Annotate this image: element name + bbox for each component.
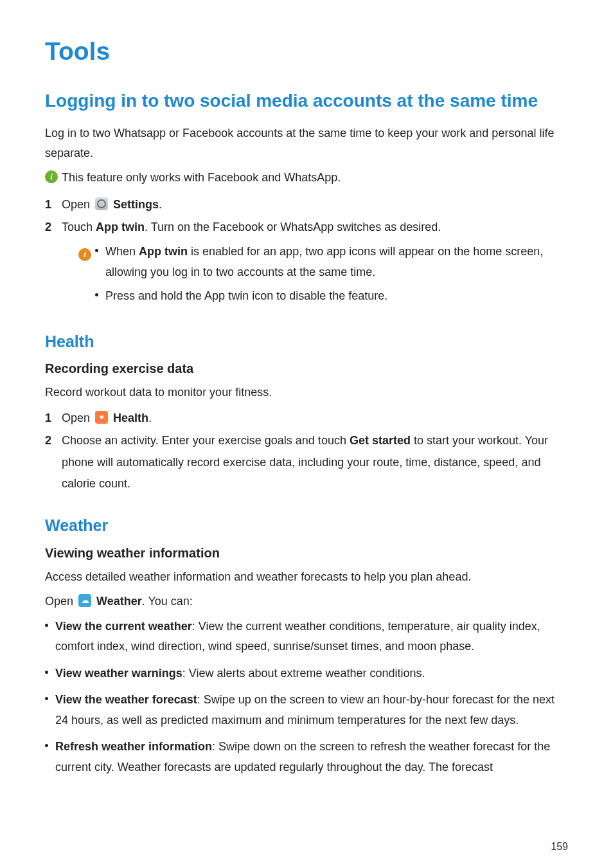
bullet-text: When [105, 245, 139, 258]
bullet-text: Press and hold the App twin icon to disa… [105, 289, 387, 302]
step-text: Choose an activity. Enter your exercise … [62, 434, 350, 447]
health-label: Health [113, 411, 148, 424]
bullet-text: : View alerts about extreme weather cond… [182, 667, 425, 680]
sub-bullet-list: When App twin is enabled for an app, two… [95, 242, 568, 311]
step-item: Touch App twin. Turn on the Facebook or … [45, 217, 568, 311]
section-heading-weather: Weather [45, 514, 568, 538]
step-item: Open Settings. [45, 194, 568, 215]
app-twin-label: App twin [96, 221, 145, 233]
step-text: . [148, 411, 152, 424]
page-title: Tools [45, 37, 568, 66]
step-text: . Turn on the Facebook or WhatsApp switc… [145, 221, 441, 233]
sub-heading-recording: Recording exercise data [45, 361, 568, 376]
section-heading-social: Logging in to two social media accounts … [45, 87, 568, 114]
note-text: This feature only works with Facebook an… [62, 168, 341, 188]
social-steps: Open Settings. Touch App twin. Turn on t… [45, 194, 568, 311]
open-text: Open [45, 595, 76, 608]
get-started-label: Get started [350, 434, 411, 447]
info-box: i When App twin is enabled for an app, t… [62, 242, 568, 311]
list-item: Refresh weather information: Swipe down … [45, 737, 568, 777]
list-item: When App twin is enabled for an app, two… [95, 242, 568, 282]
bullet-bold: View weather warnings [55, 667, 182, 680]
step-text: Touch [62, 221, 96, 233]
info-icon: i [45, 170, 58, 183]
bullet-bold: View the current weather [55, 620, 192, 633]
bullet-bold: View the weather forecast [55, 693, 197, 706]
step-item: Choose an activity. Enter your exercise … [45, 430, 568, 494]
health-icon [95, 411, 108, 424]
list-item: View weather warnings: View alerts about… [45, 664, 568, 684]
social-intro: Log in to two Whatsapp or Facebook accou… [45, 123, 568, 163]
step-text: Open [62, 198, 93, 211]
health-intro: Record workout data to monitor your fitn… [45, 383, 568, 402]
app-twin-label: App twin [139, 245, 188, 258]
bullet-bold: Refresh weather information [55, 740, 212, 753]
weather-open-line: Open Weather. You can: [45, 592, 568, 611]
list-item: View the current weather: View the curre… [45, 617, 568, 657]
settings-icon [95, 197, 108, 210]
weather-bullets: View the current weather: View the curre… [45, 617, 568, 778]
sub-heading-viewing: Viewing weather information [45, 546, 568, 561]
step-item: Open Health. [45, 408, 568, 429]
list-item: View the weather forecast: Swipe up on t… [45, 690, 568, 730]
section-heading-health: Health [45, 330, 568, 354]
weather-intro: Access detailed weather information and … [45, 567, 568, 587]
document-page: Tools Logging in to two social media acc… [0, 0, 613, 868]
list-item: Press and hold the App twin icon to disa… [95, 286, 568, 307]
weather-label: Weather [96, 595, 142, 608]
step-text: Open [62, 411, 93, 424]
note-row: i This feature only works with Facebook … [45, 168, 568, 188]
settings-label: Settings [113, 198, 159, 211]
info-icon: i [78, 243, 91, 264]
open-text: . You can: [142, 595, 193, 608]
weather-icon [78, 594, 91, 607]
step-text: . [159, 198, 162, 211]
page-number: 159 [551, 841, 568, 853]
health-steps: Open Health. Choose an activity. Enter y… [45, 408, 568, 494]
